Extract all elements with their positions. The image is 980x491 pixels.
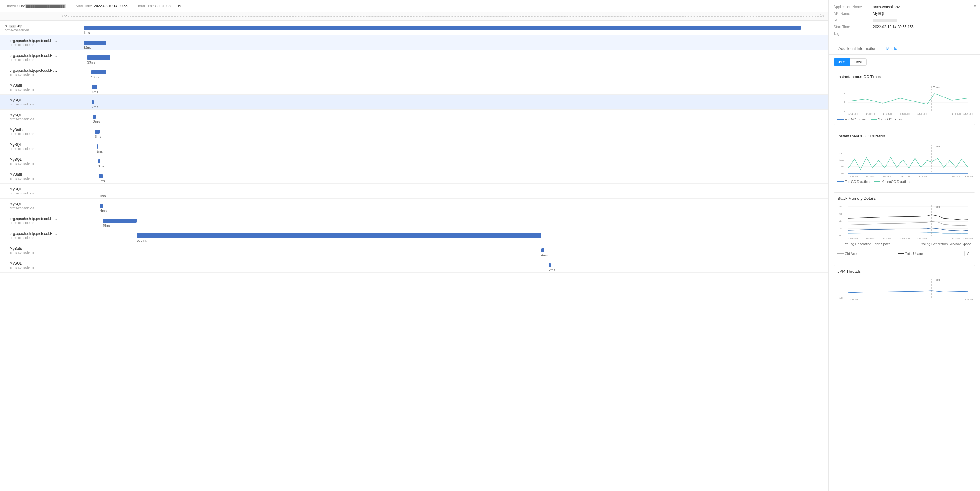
legend-line-eden	[837, 244, 843, 244]
row-bar-area-10: 5ms	[60, 169, 829, 183]
svg-text:14:24:00: 14:24:00	[883, 175, 892, 178]
svg-text:14:39:00: 14:39:00	[952, 113, 961, 115]
span-bar-11	[100, 189, 100, 193]
legend-eden: Young Generation Eden Space	[837, 242, 891, 246]
legend-total: Total Usage	[898, 252, 923, 255]
start-time-item: Start Time 2022-02-10 14:30:55	[76, 4, 128, 8]
sub-tab-host[interactable]: Host	[850, 58, 867, 66]
row-service-11: arms-console-hz	[10, 191, 58, 195]
legend-label-full-gc-d: Full GC Duration	[845, 180, 870, 183]
span-label-1: 32ms	[84, 46, 92, 49]
row-name-2: org.apache.http.protocol.HttpRequestExec…	[10, 54, 58, 58]
trace-row[interactable]: MyBatis arms-console-hz 6ms	[0, 80, 829, 95]
span-bar-2	[87, 56, 110, 60]
row-expand-0[interactable]: ▼ 27 /ap...	[5, 24, 58, 28]
trace-row[interactable]: MyBatis arms-console-hz 4ms	[0, 243, 829, 258]
span-bar-5	[92, 100, 94, 104]
row-info-15: MyBatis arms-console-hz	[0, 245, 60, 255]
trace-row[interactable]: ▼ 27 /ap... arms-console-hz 1.1s	[0, 21, 829, 35]
svg-text:14:24:00: 14:24:00	[883, 238, 892, 240]
trace-row[interactable]: MySQL arms-console-hz 4ms	[0, 199, 829, 214]
span-label-14: 583ms	[137, 239, 147, 242]
bar-container-5: 2ms	[60, 98, 824, 106]
svg-text:1ms: 1ms	[839, 159, 844, 161]
gc-times-legend: Full GC Times YoungGC Times	[837, 118, 971, 121]
trace-row[interactable]: MySQL arms-console-hz 2ms	[0, 139, 829, 154]
trace-row[interactable]: MySQL arms-console-hz 3ms	[0, 154, 829, 169]
row-name-9: MySQL	[10, 158, 58, 162]
trace-row[interactable]: MySQL arms-console-hz 2ms	[0, 258, 829, 273]
svg-text:14:44:00: 14:44:00	[963, 238, 973, 240]
gc-duration-svg: 1ms 1ms 1ms 2s Trace 14:14:00	[837, 141, 971, 177]
row-name-10: MyBatis	[10, 172, 58, 177]
row-service-6: arms-console-hz	[10, 117, 58, 121]
ip-placeholder	[873, 19, 897, 22]
row-bar-area-3: 19ms	[60, 65, 829, 80]
close-button[interactable]: ×	[974, 4, 976, 9]
bar-container-13: 45ms	[60, 217, 824, 224]
svg-text:Trace: Trace	[933, 278, 940, 281]
api-name-row: API Name MySQL	[834, 11, 975, 16]
expand-chart-button[interactable]: ⤢	[964, 251, 971, 257]
start-time-value-r: 2022-02-10 14:30:55.155	[873, 25, 914, 29]
time-header: 0ms 1.1s	[0, 12, 829, 21]
legend-young-gc-duration: YoungGC Duration	[874, 180, 910, 183]
row-service-0: arms-console-hz	[5, 28, 58, 32]
total-time-item: Total Time Consumed 1.1s	[137, 4, 181, 8]
trace-row[interactable]: org.apache.http.protocol.HttpRequestExec…	[0, 214, 829, 228]
bar-container-0: 1.1s	[60, 24, 824, 32]
trace-row[interactable]: MySQL arms-console-hz 2ms	[0, 95, 829, 110]
svg-text:14:24:00: 14:24:00	[883, 113, 892, 115]
span-bar-14	[137, 233, 541, 238]
sub-tab-jvm[interactable]: JVM	[834, 58, 850, 66]
stack-memory-wrapper: 0 2b 4b 6b 8b	[837, 203, 971, 240]
trace-row[interactable]: MyBatis arms-console-hz 6ms	[0, 124, 829, 139]
span-bar-4	[92, 85, 97, 89]
tab-additional[interactable]: Additional Information	[834, 43, 881, 54]
bar-container-15: 4ms	[60, 247, 824, 254]
row-bar-area-0: 1.1s	[60, 21, 829, 35]
total-time-label: Total Time Consumed	[137, 4, 172, 8]
svg-text:8b: 8b	[839, 205, 842, 208]
tab-metric[interactable]: Metric	[881, 43, 902, 54]
trace-row[interactable]: MySQL arms-console-hz 3ms	[0, 110, 829, 124]
svg-text:10k: 10k	[839, 297, 843, 300]
main-tabs: Additional Information Metric	[829, 43, 980, 55]
ip-row: IP	[834, 18, 975, 22]
jvm-threads-chart-section: JVM Threads 10k Trace 14:14:00 14:44:00	[834, 265, 975, 305]
span-bar-15	[541, 248, 544, 252]
svg-text:14:44:00: 14:44:00	[963, 298, 973, 301]
right-panel: × Application Name arms-console-hz API N…	[829, 0, 980, 491]
svg-text:6b: 6b	[839, 212, 842, 215]
span-label-15: 4ms	[541, 253, 548, 257]
row-name-6: MySQL	[10, 113, 58, 117]
row-info-2: org.apache.http.protocol.HttpRequestExec…	[0, 53, 60, 63]
app-name-row: Application Name arms-console-hz	[834, 5, 975, 9]
trace-row[interactable]: MySQL arms-console-hz 1ms	[0, 184, 829, 199]
legend-label-survivor: Young Generation Survivor Space	[921, 242, 971, 246]
svg-text:14:34:00: 14:34:00	[917, 113, 927, 115]
row-bar-area-13: 45ms	[60, 214, 829, 228]
bar-container-3: 19ms	[60, 69, 824, 76]
trace-id-label: TraceID	[5, 4, 18, 8]
trace-row[interactable]: org.apache.http.protocol.HttpRequestExec…	[0, 65, 829, 80]
svg-text:14:19:00: 14:19:00	[865, 238, 875, 240]
bar-container-14: 583ms	[60, 232, 824, 239]
trace-row[interactable]: org.apache.http.protocol.HttpRequestExec…	[0, 35, 829, 50]
trace-row[interactable]: org.apache.http.protocol.HttpRequestExec…	[0, 50, 829, 65]
svg-text:14:29:00: 14:29:00	[900, 113, 910, 115]
trace-row[interactable]: org.apache.http.protocol.HttpRequestExec…	[0, 228, 829, 243]
row-bar-area-2: 33ms	[60, 50, 829, 65]
tag-label: Tag	[834, 32, 873, 36]
stack-memory-chart-section: Stack Memory Details 0 2b 4b 6b 8b	[834, 192, 975, 260]
legend-label-old-age: Old Age	[845, 252, 857, 255]
start-time-row: Start Time 2022-02-10 14:30:55.155	[834, 25, 975, 29]
row-bar-area-16: 2ms	[60, 258, 829, 273]
svg-text:0: 0	[844, 109, 845, 112]
trace-row[interactable]: MyBatis arms-console-hz 5ms	[0, 169, 829, 184]
row-bar-area-14: 583ms	[60, 228, 829, 243]
row-info-1: org.apache.http.protocol.HttpRequestExec…	[0, 38, 60, 48]
ip-value	[873, 18, 897, 22]
bar-container-10: 5ms	[60, 172, 824, 180]
svg-text:Trace: Trace	[933, 86, 940, 89]
